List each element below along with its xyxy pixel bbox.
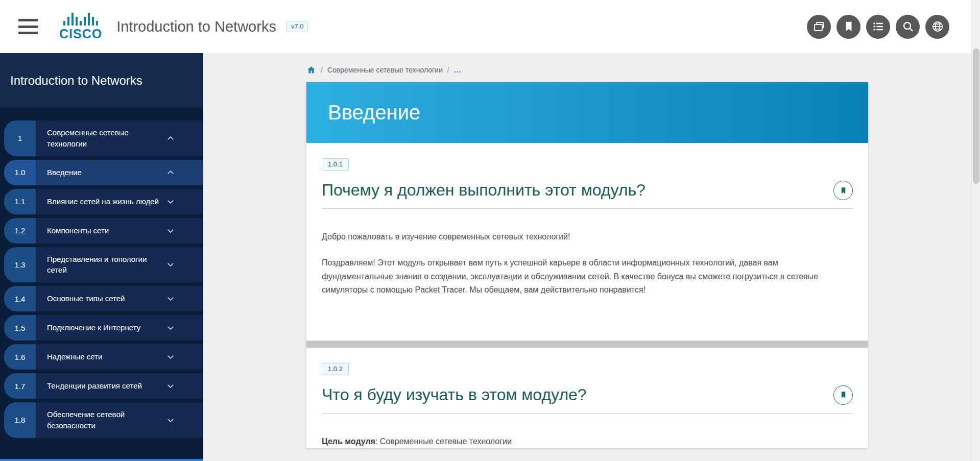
header-toolbar (807, 15, 949, 39)
chevron-icon (162, 168, 179, 177)
index-button[interactable] (866, 15, 890, 39)
lesson-card: Введение 1.0.1 Почему я должен выполнить… (306, 82, 868, 448)
breadcrumb: / Современные сетевые технологии / ... (306, 65, 868, 75)
topic-badge: 1.0.2 (322, 363, 349, 375)
sidebar-item-1-5[interactable]: 1.5 Подключение к Интернету (4, 315, 203, 341)
bookmark-topic-button[interactable] (833, 385, 853, 405)
item-number: 1.4 (4, 286, 36, 311)
language-button[interactable] (925, 15, 949, 39)
chevron-icon (162, 381, 179, 391)
index-list-icon (872, 20, 885, 33)
cisco-logo-text: CISCO (59, 27, 102, 41)
globe-icon (931, 20, 944, 33)
chevron-icon (162, 226, 179, 235)
sidebar-item-1-4[interactable]: 1.4 Основные типы сетей (4, 286, 203, 311)
topic-section-1-0-1: 1.0.1 Почему я должен выполнить этот мод… (306, 143, 868, 329)
hamburger-menu-icon[interactable] (18, 19, 39, 34)
course-title: Introduction to Networks (116, 18, 276, 35)
version-badge: v7.0 (286, 21, 308, 32)
item-number: 1.1 (4, 189, 36, 214)
sidebar-item-1-2[interactable]: 1.2 Компоненты сети (4, 218, 203, 244)
item-number: 1.2 (4, 218, 36, 244)
sidebar-item-1-0[interactable]: 1.0 Введение (4, 160, 203, 185)
sidebar-item-1-8[interactable]: 1.8 Обеспечение сетевой безопасности (4, 402, 203, 438)
chevron-icon (162, 294, 179, 303)
module-goal-value: : Современные сетевые технологии (375, 437, 512, 446)
chevron-icon (162, 197, 179, 206)
sidebar-bottom-accent (0, 459, 203, 461)
module-goal: Цель модуля: Современные сетевые техноло… (322, 435, 838, 448)
pages-icon (813, 20, 825, 33)
pages-button[interactable] (807, 15, 831, 39)
bookmark-icon (840, 187, 847, 195)
module-nav-list: 1 Современные сетевые технологии 1.0 Вве… (0, 120, 203, 438)
item-number: 1.5 (4, 315, 36, 341)
sidebar-item-1-7[interactable]: 1.7 Тенденции развития сетей (4, 373, 203, 399)
item-label: Компоненты сети (47, 225, 162, 236)
item-number: 1.0 (4, 160, 36, 185)
breadcrumb-separator: / (447, 66, 449, 74)
item-label: Тенденции развития сетей (47, 380, 162, 392)
sidebar-item-1-3[interactable]: 1.3 Представления и топологии сетей (4, 247, 203, 283)
chevron-icon (162, 323, 179, 332)
item-number: 1 (4, 120, 36, 156)
chevron-icon (162, 416, 179, 425)
chevron-icon (162, 260, 179, 269)
scrollbar-thumb[interactable] (973, 48, 979, 184)
sidebar-item-module-1[interactable]: 1 Современные сетевые технологии (4, 120, 203, 156)
item-label: Современные сетевые технологии (47, 127, 162, 150)
section-banner: Введение (306, 82, 868, 143)
topic-section-1-0-2: 1.0.2 Что я буду изучать в этом модуле? … (306, 348, 868, 448)
section-divider (306, 341, 868, 348)
sidebar-course-title: Introduction to Networks (10, 74, 142, 88)
topic-badge: 1.0.1 (322, 158, 349, 171)
item-label: Представления и топологии сетей (47, 254, 162, 276)
item-label: Основные типы сетей (47, 293, 162, 304)
item-number: 1.3 (4, 247, 36, 283)
bookmarks-button[interactable] (836, 15, 861, 39)
item-label: Введение (47, 167, 162, 178)
search-icon (902, 20, 914, 33)
chevron-icon (162, 134, 179, 143)
sidebar-item-1-1[interactable]: 1.1 Влияние сетей на жизнь людей (4, 189, 203, 214)
bookmark-topic-button[interactable] (833, 181, 853, 200)
breadcrumb-module-link[interactable]: Современные сетевые технологии (327, 66, 443, 74)
item-label: Влияние сетей на жизнь людей (47, 196, 162, 207)
item-label: Надежные сети (47, 351, 162, 362)
topic-title: Почему я должен выполнить этот модуль? (322, 180, 646, 200)
item-number: 1.8 (4, 402, 36, 438)
topic-title: Что я буду изучать в этом модуле? (322, 384, 587, 405)
breadcrumb-separator: / (321, 66, 323, 74)
module-goal-label: Цель модуля (322, 437, 375, 446)
chevron-icon (162, 352, 179, 361)
search-button[interactable] (896, 15, 920, 39)
banner-title: Введение (328, 101, 420, 124)
item-number: 1.6 (4, 344, 36, 370)
item-label: Обеспечение сетевой безопасности (47, 409, 162, 431)
paragraph: Поздравляем! Этот модуль открывает вам п… (322, 256, 838, 297)
item-number: 1.7 (4, 373, 36, 399)
cisco-logo: CISCO (59, 12, 102, 41)
paragraph: Добро пожаловать в изучение современных … (322, 230, 838, 244)
home-icon[interactable] (306, 65, 316, 75)
sidebar-header: Introduction to Networks (0, 53, 203, 108)
bookmark-icon (840, 391, 847, 399)
sidebar-item-1-6[interactable]: 1.6 Надежные сети (4, 344, 203, 370)
cisco-logo-bars-icon (63, 12, 98, 26)
content-area: / Современные сетевые технологии / ... В… (203, 53, 971, 461)
breadcrumb-ellipsis[interactable]: ... (454, 66, 462, 74)
vertical-scrollbar[interactable] (971, 0, 980, 461)
bookmark-icon (843, 21, 854, 32)
item-label: Подключение к Интернету (47, 322, 162, 333)
top-header: CISCO Introduction to Networks v7.0 (0, 0, 980, 53)
course-sidebar: Introduction to Networks 1 Современные с… (0, 53, 203, 461)
